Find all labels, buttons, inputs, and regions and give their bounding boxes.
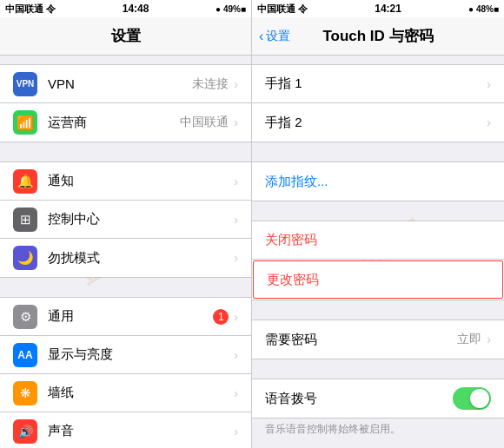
- back-label: 设置: [266, 29, 290, 44]
- right-voice-subtext: 音乐语音控制将始终被启用。: [252, 418, 504, 442]
- left-scroll-area: 金九数码 VPN VPN 未连接 › 📶 运营商 中国联通 ›: [0, 56, 251, 448]
- turn-off-passcode-label: 关闭密码: [265, 232, 491, 248]
- left-content: VPN VPN 未连接 › 📶 运营商 中国联通 › 🔔 通知: [0, 56, 251, 448]
- left-group-notify: 🔔 通知 › ⊞ 控制中心 › 🌙 勿扰模式 ›: [0, 161, 251, 278]
- carrier-label: 运营商: [48, 115, 180, 131]
- carrier-icon: 📶: [13, 110, 37, 135]
- right-scroll-area: 金九数码 手指 1 › 手指 2 › 添加指纹...: [252, 56, 504, 448]
- sound-icon: 🔊: [13, 419, 37, 444]
- right-content: 手指 1 › 手指 2 › 添加指纹... 关闭密码: [252, 56, 504, 448]
- right-group-add-finger: 添加指纹...: [252, 161, 504, 201]
- carrier-chevron: ›: [234, 115, 238, 129]
- dnd-icon: 🌙: [13, 246, 37, 270]
- right-group-allow-access: 语音拨号: [252, 379, 504, 418]
- left-item-wallpaper[interactable]: ❋ 墙纸 ›: [0, 374, 251, 412]
- left-item-control[interactable]: ⊞ 控制中心 ›: [0, 201, 251, 239]
- require-label: 需要密码: [265, 332, 457, 348]
- display-chevron: ›: [234, 348, 238, 362]
- left-group-vpn: VPN VPN 未连接 › 📶 运营商 中国联通 ›: [0, 64, 251, 142]
- voice-dial-toggle[interactable]: [453, 387, 491, 410]
- right-spacer-4: [252, 359, 504, 379]
- general-chevron: ›: [234, 310, 238, 324]
- vpn-chevron: ›: [234, 77, 238, 91]
- control-icon: ⊞: [13, 208, 37, 232]
- wallpaper-label: 墙纸: [48, 385, 234, 401]
- right-nav-title: Touch ID 与密码: [322, 26, 433, 46]
- left-item-notify[interactable]: 🔔 通知 ›: [0, 162, 251, 201]
- notify-icon: 🔔: [13, 169, 37, 194]
- vpn-icon: VPN: [13, 72, 37, 96]
- right-item-require[interactable]: 需要密码 立即 ›: [252, 320, 504, 359]
- dnd-chevron: ›: [234, 251, 238, 265]
- general-label: 通用: [48, 308, 213, 325]
- control-label: 控制中心: [48, 211, 234, 227]
- finger2-chevron: ›: [487, 115, 491, 129]
- vpn-value: 未连接: [192, 76, 229, 92]
- require-value: 立即: [457, 332, 481, 347]
- right-group-fingers: 手指 1 › 手指 2 ›: [252, 64, 504, 142]
- left-item-general[interactable]: ⚙ 通用 1 ›: [0, 298, 251, 336]
- general-icon: ⚙: [13, 305, 37, 329]
- left-right-icons: ● 49%■: [216, 4, 246, 14]
- spacer-1: [0, 142, 251, 161]
- left-carrier: 中国联通 令: [5, 3, 56, 16]
- dnd-label: 勿扰模式: [48, 250, 234, 267]
- left-group-settings: ⚙ 通用 1 › AA 显示与亮度 › ❋ 墙纸 › 🔊 声音: [0, 297, 251, 448]
- right-group-require-passcode: 需要密码 立即 ›: [252, 320, 504, 359]
- right-time: 14:21: [375, 3, 401, 15]
- vpn-label: VPN: [48, 76, 192, 91]
- right-item-voice-dial[interactable]: 语音拨号: [252, 379, 504, 418]
- left-nav-title: 设置: [111, 26, 141, 46]
- right-item-finger1[interactable]: 手指 1 ›: [252, 65, 504, 103]
- general-badge: 1: [213, 309, 229, 325]
- finger2-label: 手指 2: [265, 115, 487, 131]
- right-item-finger2[interactable]: 手指 2 ›: [252, 103, 504, 142]
- sound-chevron: ›: [234, 425, 238, 438]
- right-right-icons: ● 48%■: [468, 4, 499, 14]
- right-item-change-passcode[interactable]: 更改密码: [253, 260, 503, 299]
- add-fingerprint-label: 添加指纹...: [265, 174, 491, 190]
- wallpaper-chevron: ›: [234, 386, 238, 400]
- left-status-bar: 中国联通 令 14:48 ● 49%■: [0, 0, 251, 17]
- left-item-carrier[interactable]: 📶 运营商 中国联通 ›: [0, 103, 251, 142]
- change-passcode-label: 更改密码: [267, 272, 489, 288]
- voice-dial-label: 语音拨号: [265, 391, 453, 407]
- right-group-passcode: 关闭密码 更改密码: [252, 221, 504, 300]
- notify-label: 通知: [48, 173, 234, 189]
- wallpaper-icon: ❋: [13, 381, 37, 405]
- display-icon: AA: [13, 343, 37, 367]
- finger1-label: 手指 1: [265, 76, 487, 92]
- carrier-value: 中国联通: [180, 115, 229, 130]
- left-item-vpn[interactable]: VPN VPN 未连接 ›: [0, 65, 251, 103]
- right-status-bar: 中国联通 令 14:21 ● 48%■: [252, 0, 504, 17]
- left-time: 14:48: [123, 3, 149, 15]
- notify-chevron: ›: [234, 175, 238, 188]
- require-chevron: ›: [487, 333, 491, 346]
- left-item-sound[interactable]: 🔊 声音 ›: [0, 412, 251, 448]
- control-chevron: ›: [234, 213, 238, 227]
- left-nav-bar: 设置: [0, 17, 251, 56]
- right-spacer-1: [252, 142, 504, 161]
- back-chevron-icon: ‹: [259, 29, 263, 44]
- right-item-add-fingerprint[interactable]: 添加指纹...: [252, 162, 504, 201]
- right-spacer-2: [252, 201, 504, 221]
- left-item-display[interactable]: AA 显示与亮度 ›: [0, 336, 251, 374]
- right-spacer-3: [252, 300, 504, 320]
- right-nav-bar: ‹ 设置 Touch ID 与密码: [252, 17, 504, 56]
- spacer-2: [0, 278, 251, 297]
- right-nav-back[interactable]: ‹ 设置: [259, 29, 290, 44]
- right-panel: 中国联通 令 14:21 ● 48%■ ‹ 设置 Touch ID 与密码 金九…: [252, 0, 504, 448]
- left-panel: 中国联通 令 14:48 ● 49%■ 设置 金九数码 VPN VPN 未连接 …: [0, 0, 252, 448]
- sound-label: 声音: [48, 423, 234, 439]
- right-section-header: 锁定时允许访问:: [252, 442, 504, 448]
- right-carrier: 中国联通 令: [257, 3, 308, 16]
- right-item-turn-off-passcode[interactable]: 关闭密码: [252, 221, 504, 260]
- left-item-dnd[interactable]: 🌙 勿扰模式 ›: [0, 239, 251, 277]
- display-label: 显示与亮度: [48, 346, 234, 363]
- finger1-chevron: ›: [487, 77, 491, 91]
